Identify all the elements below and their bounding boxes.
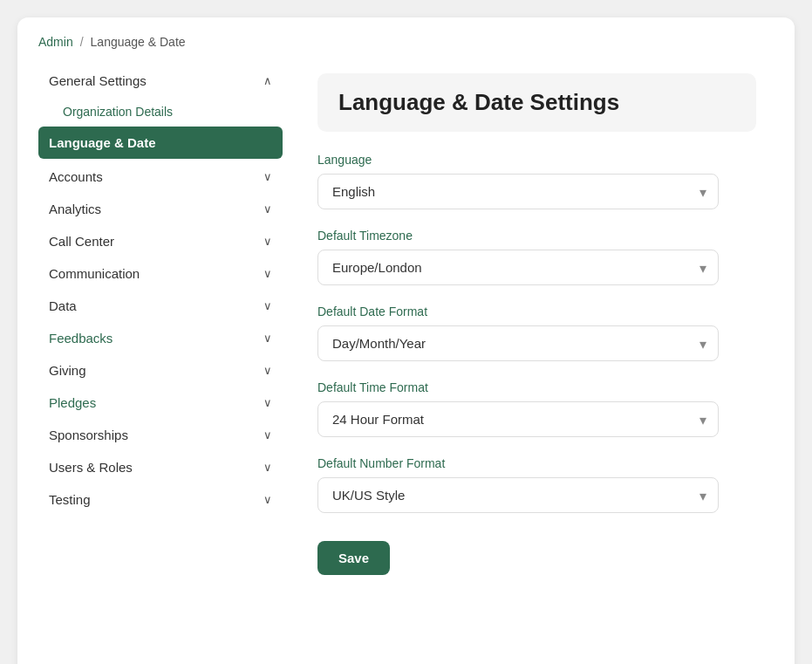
time-format-label: Default Time Format: [317, 380, 756, 394]
number-format-section: Default Number Format UK/US Style Europe…: [317, 456, 756, 513]
sidebar-item-sponsorships[interactable]: Sponsorships ∨: [38, 419, 283, 451]
chevron-down-icon: ∨: [263, 202, 272, 216]
breadcrumb-admin[interactable]: Admin: [38, 35, 73, 49]
chevron-down-icon: ∨: [263, 299, 272, 312]
breadcrumb-current: Language & Date: [91, 35, 186, 49]
sidebar-communication-label: Communication: [49, 266, 140, 281]
sidebar-giving-label: Giving: [49, 363, 86, 378]
chevron-down-icon: ∨: [263, 332, 272, 345]
sidebar-sponsorships-label: Sponsorships: [49, 428, 128, 442]
sidebar-item-feedbacks[interactable]: Feedbacks ∨: [38, 322, 283, 354]
language-section: Language English French Spanish German: [317, 153, 756, 209]
sidebar-sub-org-details[interactable]: Organization Details: [38, 97, 283, 127]
chevron-down-icon: ∨: [263, 235, 272, 248]
language-select[interactable]: English French Spanish German: [317, 174, 719, 209]
timezone-label: Default Timezone: [317, 229, 756, 243]
content-header: Language & Date Settings: [317, 73, 756, 132]
save-button[interactable]: Save: [317, 541, 390, 575]
sidebar-data-label: Data: [49, 298, 77, 313]
language-label: Language: [317, 153, 756, 167]
sidebar-item-giving[interactable]: Giving ∨: [38, 354, 283, 387]
sidebar-item-call-center[interactable]: Call Center ∨: [38, 225, 283, 257]
sidebar-pledges-label: Pledges: [49, 395, 96, 410]
main-content: Language & Date Settings Language Englis…: [291, 65, 774, 592]
sidebar-group-general-header[interactable]: General Settings ∧: [38, 65, 283, 97]
sidebar-item-analytics[interactable]: Analytics ∨: [38, 193, 283, 225]
date-format-section: Default Date Format Day/Month/Year Month…: [317, 305, 756, 361]
number-format-select[interactable]: UK/US Style European Style: [317, 477, 719, 513]
chevron-down-icon: ∨: [263, 493, 272, 506]
sidebar-call-center-label: Call Center: [49, 234, 114, 249]
sidebar: General Settings ∧ Organization Details …: [38, 65, 291, 592]
sidebar-item-accounts[interactable]: Accounts ∨: [38, 161, 283, 193]
time-format-select[interactable]: 24 Hour Format 12 Hour Format: [317, 401, 719, 437]
sidebar-testing-label: Testing: [49, 492, 91, 507]
chevron-up-icon: ∧: [263, 74, 272, 87]
sidebar-analytics-label: Analytics: [49, 202, 101, 216]
main-layout: General Settings ∧ Organization Details …: [38, 65, 774, 592]
chevron-down-icon: ∨: [263, 267, 272, 280]
time-format-select-wrapper: 24 Hour Format 12 Hour Format: [317, 401, 719, 437]
number-format-select-wrapper: UK/US Style European Style: [317, 477, 719, 513]
main-container: Admin / Language & Date General Settings…: [17, 17, 795, 664]
sidebar-item-pledges[interactable]: Pledges ∨: [38, 387, 283, 419]
date-format-select[interactable]: Day/Month/Year Month/Day/Year Year/Month…: [317, 325, 719, 361]
chevron-down-icon: ∨: [263, 428, 272, 442]
language-select-wrapper: English French Spanish German: [317, 174, 719, 209]
sidebar-item-users-roles[interactable]: Users & Roles ∨: [38, 451, 283, 483]
timezone-select-wrapper: Europe/London America/New_York Asia/Toky…: [317, 250, 719, 285]
chevron-down-icon: ∨: [263, 364, 272, 377]
sidebar-general-settings-label: General Settings: [49, 73, 147, 88]
timezone-select[interactable]: Europe/London America/New_York Asia/Toky…: [317, 250, 719, 285]
chevron-down-icon: ∨: [263, 170, 272, 183]
date-format-select-wrapper: Day/Month/Year Month/Day/Year Year/Month…: [317, 325, 719, 361]
sidebar-item-communication[interactable]: Communication ∨: [38, 257, 283, 290]
breadcrumb: Admin / Language & Date: [38, 35, 774, 49]
sidebar-feedbacks-label: Feedbacks: [49, 331, 113, 346]
sidebar-active-language-date[interactable]: Language & Date: [38, 127, 283, 159]
chevron-down-icon: ∨: [263, 396, 272, 409]
page-title: Language & Date Settings: [338, 89, 735, 116]
sidebar-group-general: General Settings ∧ Organization Details …: [38, 65, 283, 159]
sidebar-users-roles-label: Users & Roles: [49, 460, 133, 475]
sidebar-item-data[interactable]: Data ∨: [38, 290, 283, 322]
sidebar-accounts-label: Accounts: [49, 169, 103, 184]
date-format-label: Default Date Format: [317, 305, 756, 318]
timezone-section: Default Timezone Europe/London America/N…: [317, 229, 756, 285]
number-format-label: Default Number Format: [317, 456, 756, 470]
breadcrumb-separator: /: [80, 35, 84, 49]
time-format-section: Default Time Format 24 Hour Format 12 Ho…: [317, 380, 756, 437]
sidebar-item-testing[interactable]: Testing ∨: [38, 483, 283, 516]
chevron-down-icon: ∨: [263, 461, 272, 474]
